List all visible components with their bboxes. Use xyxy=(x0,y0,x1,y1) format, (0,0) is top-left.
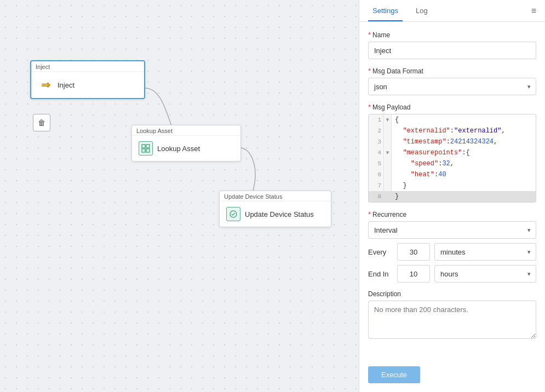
end-in-input[interactable] xyxy=(397,265,430,283)
canvas: Inject ⇒ Inject 🗑 Lookup Asset Lookup As… xyxy=(0,0,359,392)
lookup-asset-title: Lookup Asset xyxy=(132,125,240,136)
inject-node-label: Inject xyxy=(58,81,74,89)
update-device-node[interactable]: Update Device Status Update Device Statu… xyxy=(219,191,331,227)
end-in-row: End In hours minutes days ▾ xyxy=(368,265,536,283)
inject-icon: ⇒ xyxy=(38,77,53,93)
svg-rect-0 xyxy=(142,145,145,148)
end-in-unit-wrapper: hours minutes days ▾ xyxy=(434,265,536,283)
every-unit-select[interactable]: minutes seconds hours xyxy=(434,243,536,261)
every-unit-wrapper: minutes seconds hours ▾ xyxy=(434,243,536,261)
msg-data-format-select-wrapper: json xml plain ▾ xyxy=(368,78,536,95)
description-label: Description xyxy=(368,290,536,298)
code-editor[interactable]: 1 ▼ { 2 "externalid":"externalid", 3 xyxy=(368,114,536,203)
msg-data-format-select[interactable]: json xml plain xyxy=(368,78,536,95)
delete-button[interactable]: 🗑 xyxy=(33,114,50,131)
code-line-2: 2 "externalid":"externalid", xyxy=(369,125,536,136)
name-input[interactable] xyxy=(368,42,536,59)
name-group: * Name xyxy=(368,31,536,59)
menu-icon[interactable]: ≡ xyxy=(531,6,536,16)
code-line-4: 4 ▼ "measurepoints":{ xyxy=(369,147,536,158)
inject-node[interactable]: Inject ⇒ Inject xyxy=(30,60,145,99)
msg-data-format-star: * xyxy=(368,67,371,75)
every-row: Every minutes seconds hours ▾ xyxy=(368,243,536,261)
form-body: * Name * Msg Data Format json xml plain … xyxy=(359,22,545,364)
recurrence-star: * xyxy=(368,210,371,218)
msg-payload-group: * Msg Payload 1 ▼ { 2 "externalid":"exte… xyxy=(368,103,536,203)
every-input[interactable] xyxy=(397,243,430,261)
code-line-7: 7 } xyxy=(369,180,536,191)
end-in-label: End In xyxy=(368,270,393,278)
tab-settings[interactable]: Settings xyxy=(368,0,403,21)
code-line-8: 8 } xyxy=(369,191,536,202)
recurrence-label: * Recurrence xyxy=(368,210,536,218)
code-line-1: 1 ▼ { xyxy=(369,114,536,125)
svg-rect-1 xyxy=(146,145,150,148)
execute-button[interactable]: Execute xyxy=(368,366,420,383)
lookup-asset-node[interactable]: Lookup Asset Lookup Asset xyxy=(131,125,241,162)
update-device-label: Update Device Status xyxy=(245,210,314,218)
trash-icon: 🗑 xyxy=(38,118,45,127)
tabs-header: Settings Log ≡ xyxy=(359,0,545,22)
recurrence-select[interactable]: Interval Cron Once xyxy=(368,221,536,239)
right-panel: Settings Log ≡ * Name * Msg Data Format … xyxy=(359,0,545,392)
msg-data-format-group: * Msg Data Format json xml plain ▾ xyxy=(368,67,536,95)
lookup-asset-label: Lookup Asset xyxy=(157,145,200,153)
name-required-star: * xyxy=(368,31,371,39)
end-in-unit-select[interactable]: hours minutes days xyxy=(434,265,536,283)
update-icon xyxy=(226,207,240,221)
msg-payload-label: * Msg Payload xyxy=(368,103,536,111)
lookup-icon xyxy=(139,141,153,155)
msg-data-format-label: * Msg Data Format xyxy=(368,67,536,75)
every-label: Every xyxy=(368,248,393,256)
code-line-6: 6 "heat":40 xyxy=(369,169,536,180)
description-textarea[interactable] xyxy=(368,301,536,339)
code-line-3: 3 "timestamp":24214324324, xyxy=(369,136,536,147)
code-line-5: 5 "speed":32, xyxy=(369,158,536,169)
inject-node-title: Inject xyxy=(31,61,144,72)
update-device-title: Update Device Status xyxy=(220,191,331,201)
svg-rect-3 xyxy=(146,149,150,152)
recurrence-select-wrapper: Interval Cron Once ▾ xyxy=(368,221,536,239)
svg-rect-2 xyxy=(142,149,145,152)
recurrence-group: * Recurrence Interval Cron Once ▾ Every … xyxy=(368,210,536,283)
tab-log[interactable]: Log xyxy=(411,0,432,21)
description-group: Description xyxy=(368,290,536,341)
msg-payload-star: * xyxy=(368,103,371,111)
name-label: * Name xyxy=(368,31,536,39)
